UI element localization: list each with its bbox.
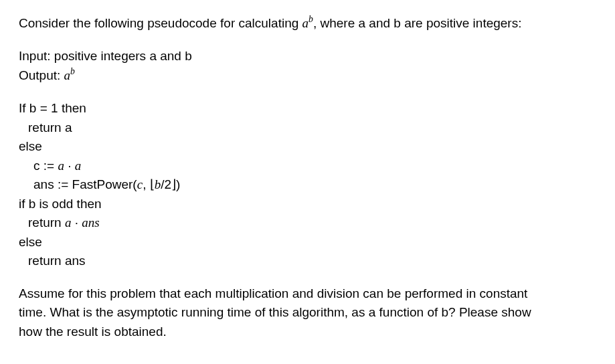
code-line-1: If b = 1 then xyxy=(19,99,596,118)
ans-assign-pre: ans := FastPower( xyxy=(33,177,137,191)
ans-assign-mid: , ⌊ xyxy=(143,177,155,191)
pseudocode-block: If b = 1 then return a else c := a · a a… xyxy=(19,99,596,271)
question-paragraph: Assume for this problem that each multip… xyxy=(19,284,596,342)
return-dot: · xyxy=(71,215,82,230)
intro-var-a: a xyxy=(302,16,309,30)
return-var-a: a xyxy=(65,215,72,230)
intro-text-2: , where a and b are positive integers: xyxy=(313,16,522,30)
ans-assign-b: b xyxy=(155,177,161,191)
c-assign-a1: a xyxy=(58,159,64,173)
code-line-3: else xyxy=(19,137,596,157)
io-block: Input: positive integers a and b Output:… xyxy=(19,47,596,86)
code-line-5: ans := FastPower(c, ⌊b/2⌋) xyxy=(19,175,596,195)
code-line-6: if b is odd then xyxy=(19,195,596,214)
intro-text-1: Consider the following pseudocode for ca… xyxy=(19,16,302,30)
output-label: Output: xyxy=(19,69,64,83)
output-exp-b: b xyxy=(70,66,75,76)
question-line-3: how the result is obtained. xyxy=(19,323,596,342)
c-assign-a2: a xyxy=(75,159,82,173)
c-assign-pre: c := xyxy=(33,159,58,173)
ans-assign-c: c xyxy=(137,177,143,191)
ans-assign-end: /2⌋) xyxy=(161,177,180,191)
code-line-7: return a · ans xyxy=(19,213,596,233)
intro-exp-b: b xyxy=(309,14,313,24)
code-line-2: return a xyxy=(19,118,596,138)
output-line: Output: ab xyxy=(19,66,596,86)
question-line-2: time. What is the asymptotic running tim… xyxy=(19,303,596,323)
c-assign-dot: · xyxy=(64,159,75,173)
code-line-8: else xyxy=(19,233,596,252)
output-var-a: a xyxy=(64,69,71,83)
return-var-ans: ans xyxy=(82,215,99,230)
return-a-ans-pre: return xyxy=(28,215,65,230)
code-line-4: c := a · a xyxy=(19,157,596,176)
code-line-9: return ans xyxy=(19,252,596,271)
intro-paragraph: Consider the following pseudocode for ca… xyxy=(19,13,596,33)
question-line-1: Assume for this problem that each multip… xyxy=(19,284,596,304)
input-line: Input: positive integers a and b xyxy=(19,47,596,66)
